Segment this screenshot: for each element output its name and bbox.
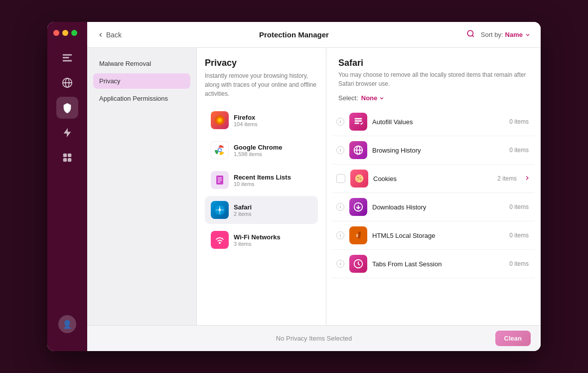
cookies-name: Cookies	[373, 175, 492, 183]
title-actions: Sort by: Name	[466, 29, 531, 40]
select-value: None	[361, 94, 378, 102]
category-malware[interactable]: Malware Removal	[93, 56, 190, 71]
minimize-button[interactable]	[62, 30, 68, 36]
svg-rect-31	[355, 123, 359, 124]
cookies-icon	[350, 170, 368, 187]
autofill-name: Autofill Values	[372, 118, 504, 126]
title-bar: Back Protection Manager Sort by: Name	[87, 22, 541, 48]
app-window: 👤 Back Protection Manager Sort by: Name	[47, 22, 541, 351]
content-area: Malware Removal Privacy Application Perm…	[87, 48, 541, 325]
svg-rect-7	[63, 154, 67, 157]
sidebar-icon-scanner[interactable]	[56, 47, 78, 69]
recent-icon	[211, 171, 229, 189]
sidebar-icon-lightning[interactable]	[56, 122, 78, 144]
browsing-count: 0 items	[509, 147, 529, 154]
autofill-count: 0 items	[509, 118, 529, 125]
svg-point-36	[357, 177, 359, 179]
detail-title: Safari	[338, 58, 529, 68]
detail-item-tabs: i Tabs From Last Session 0 items	[332, 250, 535, 278]
detail-item-browsing: i Browsing History 0 items	[332, 136, 535, 165]
back-button[interactable]: Back	[97, 31, 122, 39]
svg-rect-1	[63, 60, 72, 62]
sidebar-icon-folder[interactable]: 👤	[56, 313, 78, 335]
svg-point-39	[357, 180, 358, 181]
cookies-count: 2 items	[497, 175, 517, 182]
downloads-name: Downloads History	[372, 203, 504, 211]
svg-rect-29	[355, 118, 362, 120]
safari-icon	[211, 201, 229, 219]
recent-count: 10 items	[234, 181, 291, 187]
sidebar: 👤	[47, 22, 87, 351]
sidebar-icon-globe[interactable]	[56, 72, 78, 94]
sidebar-icon-protection[interactable]	[56, 97, 78, 119]
checkbox-cookies[interactable]	[336, 174, 345, 183]
select-dropdown[interactable]: None	[361, 94, 385, 102]
wifi-name: Wi-Fi Networks	[234, 233, 281, 241]
safari-name: Safari	[234, 203, 252, 211]
detail-header: Safari You may choose to remove all the …	[326, 48, 541, 108]
svg-rect-0	[63, 54, 72, 56]
svg-point-37	[360, 176, 361, 177]
tabs-icon	[349, 255, 367, 273]
svg-line-12	[472, 35, 474, 37]
sidebar-icon-app[interactable]	[56, 147, 78, 169]
tabs-count: 0 items	[509, 260, 529, 267]
info-icon-autofill[interactable]: i	[336, 118, 344, 126]
main-content: Back Protection Manager Sort by: Name Ma…	[87, 22, 541, 351]
svg-point-38	[360, 179, 361, 180]
search-button[interactable]	[466, 29, 475, 40]
sort-control[interactable]: Sort by: Name	[481, 31, 531, 38]
detail-item-html5: i 5 HTML5 Local Storage 0 items	[332, 221, 535, 250]
svg-point-18	[219, 149, 221, 152]
select-label: Select:	[338, 94, 358, 102]
close-button[interactable]	[53, 30, 59, 36]
info-icon-downloads[interactable]: i	[336, 203, 344, 211]
browser-item-safari[interactable]: Safari 2 items	[205, 196, 318, 224]
categories-panel: Malware Removal Privacy Application Perm…	[87, 48, 197, 325]
browsing-icon	[349, 141, 367, 159]
svg-rect-9	[63, 158, 67, 162]
sort-value: Name	[505, 31, 523, 38]
downloads-count: 0 items	[509, 203, 529, 210]
select-row: Select: None	[338, 94, 529, 102]
svg-rect-8	[68, 154, 71, 157]
page-title: Protection Manager	[130, 30, 458, 39]
recent-name: Recent Items Lists	[234, 174, 291, 181]
firefox-name: Firefox	[234, 114, 258, 121]
wifi-info: Wi-Fi Networks 3 items	[234, 233, 281, 247]
info-icon-tabs[interactable]: i	[336, 260, 344, 268]
safari-info: Safari 2 items	[234, 203, 252, 217]
html5-count: 0 items	[509, 232, 529, 239]
clean-button[interactable]: Clean	[495, 331, 531, 346]
info-icon-html5[interactable]: i	[336, 231, 344, 239]
category-privacy[interactable]: Privacy	[93, 73, 190, 89]
panel-desc: Instantly remove your browsing history, …	[205, 71, 318, 98]
bottom-bar: No Privacy Items Selected Clean	[87, 325, 541, 351]
browser-item-wifi[interactable]: Wi-Fi Networks 3 items	[205, 226, 318, 254]
browser-item-chrome[interactable]: Google Chrome 1,598 items	[205, 136, 318, 164]
svg-rect-30	[355, 120, 362, 122]
browser-item-recent[interactable]: Recent Items Lists 10 items	[205, 166, 318, 194]
autofill-icon	[349, 113, 367, 131]
status-text: No Privacy Items Selected	[276, 335, 352, 342]
svg-marker-6	[64, 128, 71, 137]
info-icon-browsing[interactable]: i	[336, 146, 344, 154]
html5-icon: 5	[349, 226, 367, 244]
detail-item-cookies: Cookies 2 items	[332, 165, 535, 193]
firefox-icon	[211, 111, 229, 129]
svg-rect-10	[68, 158, 71, 162]
firefox-info: Firefox 104 items	[234, 114, 258, 127]
maximize-button[interactable]	[71, 30, 77, 36]
chrome-info: Google Chrome 1,598 items	[234, 144, 283, 157]
browsing-name: Browsing History	[372, 147, 504, 154]
cookies-chevron[interactable]	[524, 175, 531, 183]
browser-item-firefox[interactable]: Firefox 104 items	[205, 106, 318, 134]
svg-text:5: 5	[356, 233, 358, 238]
category-permissions[interactable]: Application Permissions	[93, 91, 190, 106]
detail-list: i Autofill Values 0 items i Browsing	[326, 108, 541, 325]
chrome-name: Google Chrome	[234, 144, 283, 151]
firefox-count: 104 items	[234, 121, 258, 127]
downloads-icon	[349, 198, 367, 216]
chrome-icon	[211, 141, 229, 159]
safari-count: 2 items	[234, 211, 252, 217]
